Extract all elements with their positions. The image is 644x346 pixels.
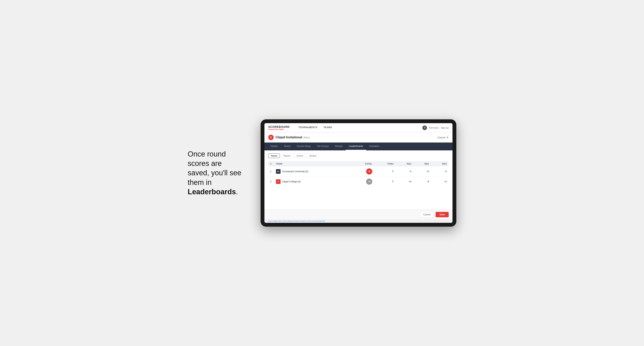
sign-out-link[interactable]: Sign out — [441, 127, 449, 129]
rd2-2: -8 — [413, 177, 431, 187]
tab-results[interactable]: Results — [332, 143, 346, 150]
footer-bar: Cancel Save — [264, 210, 452, 219]
rank-2: 2 — [268, 177, 274, 187]
leaderboard-table: # TEAM TOTAL THRU RD1 RD2 RD3 1 — [268, 161, 449, 187]
tournament-header: C Clippd Invitational (Men) Cancel ✕ — [264, 132, 452, 143]
tab-details[interactable]: Details — [268, 143, 281, 150]
filter-teams-button[interactable]: Teams — [268, 154, 280, 158]
rd1-1: -4 — [396, 167, 413, 177]
col-thru: THRU — [374, 161, 396, 167]
col-team: TEAM — [274, 161, 350, 167]
team-cell-1: SU Scoreboard University [A] — [274, 167, 350, 177]
logo-powered: Powered by clippd — [268, 128, 290, 130]
logo-text: SCOREBOARD — [268, 125, 290, 128]
rd3-2: +3 — [431, 177, 449, 187]
table-row: 2 C Clippd College [A] +3 F — [268, 177, 449, 187]
cancel-button[interactable]: Cancel — [420, 212, 434, 217]
total-2: +3 — [350, 177, 374, 187]
nav-right: S Test User | Sign out — [422, 126, 449, 130]
tournament-subtitle: (Men) — [304, 136, 310, 139]
header-cancel-label: Cancel — [438, 136, 445, 139]
desc-line1: Once round — [188, 150, 226, 158]
team-name-1: Scoreboard University [A] — [282, 170, 308, 173]
tab-course-setup[interactable]: Course Setup — [294, 143, 314, 150]
rank-1: 1 — [268, 167, 274, 177]
rd3-1: -6 — [431, 167, 449, 177]
col-total: TOTAL — [350, 161, 374, 167]
tab-printables[interactable]: Printables — [366, 143, 382, 150]
top-nav: SCOREBOARD Powered by clippd TOURNAMENTS… — [264, 123, 452, 132]
sub-tabs-bar: Details Teams Course Setup Tee Groups Re… — [264, 143, 452, 150]
desc-line2: scores are — [188, 160, 222, 168]
tab-leaderboards[interactable]: Leaderboards — [346, 143, 366, 150]
user-avatar: S — [422, 126, 427, 130]
brand-name: clippd — [278, 128, 284, 130]
tablet-screen: SCOREBOARD Powered by clippd TOURNAMENTS… — [264, 123, 452, 223]
rd2-1: +5 — [413, 167, 431, 177]
score-badge-1: -5 — [366, 169, 372, 174]
logo-area: SCOREBOARD Powered by clippd — [268, 125, 290, 130]
filter-scores-button[interactable]: Scores — [294, 154, 306, 158]
desc-line4: them in — [188, 178, 212, 186]
col-rd1: RD1 — [396, 161, 413, 167]
page-wrapper: Once round scores are saved, you'll see … — [188, 119, 456, 227]
header-cancel-button[interactable]: Cancel ✕ — [438, 136, 449, 139]
rd1-2: +8 — [396, 177, 413, 187]
nav-link-teams[interactable]: TEAMS — [320, 123, 335, 132]
url-bar: https://stage-blue-coach.stagescoerboard… — [264, 219, 452, 223]
tournament-title: Clippd Invitational — [276, 136, 302, 139]
col-rd2: RD2 — [413, 161, 431, 167]
nav-links: TOURNAMENTS TEAMS — [295, 123, 422, 132]
filter-strokes-button[interactable]: Strokes — [307, 154, 319, 158]
table-row: 1 SU Scoreboard University [A] -5 F — [268, 167, 449, 177]
desc-line5-bold: Leaderboards — [188, 188, 236, 196]
team-icon-1: SU — [276, 169, 280, 174]
team-cell-2: C Clippd College [A] — [274, 177, 350, 187]
desc-line5-end: . — [236, 188, 238, 196]
team-icon-2: C — [276, 179, 280, 184]
content-area: Teams Players Scores Strokes # TEAM TOTA… — [264, 150, 452, 210]
nav-user-name: Test User | — [429, 127, 439, 129]
thru-2: F — [374, 177, 396, 187]
tab-teams[interactable]: Teams — [281, 143, 294, 150]
close-icon: ✕ — [446, 136, 449, 139]
total-1: -5 — [350, 167, 374, 177]
score-badge-2: +3 — [366, 178, 372, 185]
desc-line3: saved, you'll see — [188, 169, 242, 177]
filter-buttons: Teams Players Scores Strokes — [268, 154, 449, 158]
tab-tee-groups[interactable]: Tee Groups — [314, 143, 332, 150]
filter-players-button[interactable]: Players — [281, 154, 293, 158]
thru-1: F — [374, 167, 396, 177]
tournament-logo: C — [268, 135, 274, 140]
nav-link-tournaments[interactable]: TOURNAMENTS — [295, 123, 320, 132]
left-description: Once round scores are saved, you'll see … — [188, 150, 249, 197]
tablet-device: SCOREBOARD Powered by clippd TOURNAMENTS… — [260, 119, 456, 227]
save-button[interactable]: Save — [436, 212, 449, 217]
col-rank: # — [268, 161, 274, 167]
col-rd3: RD3 — [431, 161, 449, 167]
team-name-2: Clippd College [A] — [282, 180, 300, 183]
